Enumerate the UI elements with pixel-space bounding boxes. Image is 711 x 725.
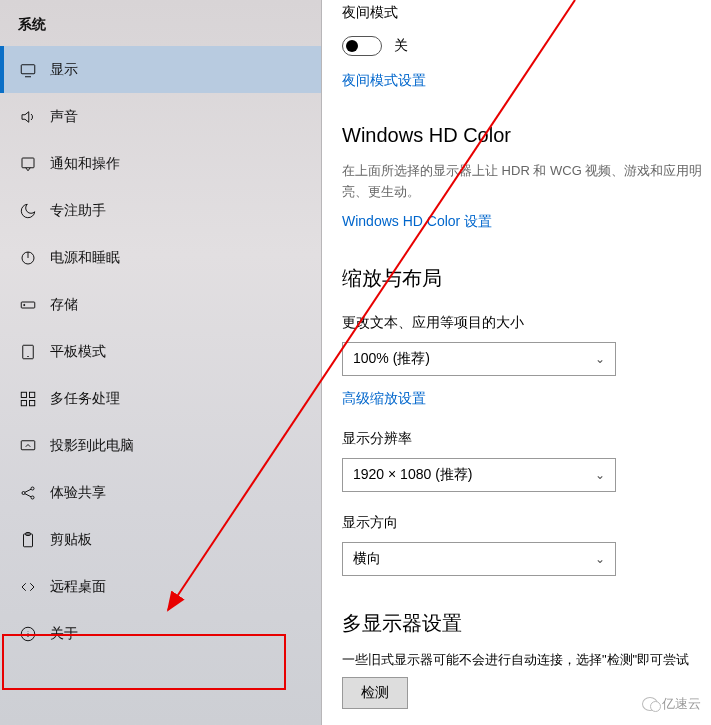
night-mode-label: 夜间模式 — [342, 4, 711, 22]
resolution-select[interactable]: 1920 × 1080 (推荐) ⌄ — [342, 458, 616, 492]
svg-point-7 — [24, 304, 25, 305]
sidebar-item-label: 专注助手 — [50, 202, 106, 220]
sidebar-item-label: 投影到此电脑 — [50, 437, 134, 455]
sidebar-item-label: 多任务处理 — [50, 390, 120, 408]
svg-point-17 — [31, 496, 34, 499]
svg-line-18 — [25, 489, 31, 492]
svg-rect-10 — [21, 392, 26, 397]
svg-point-16 — [31, 487, 34, 490]
sidebar-item-label: 显示 — [50, 61, 78, 79]
sidebar-item-about[interactable]: 关于 — [0, 610, 321, 657]
sidebar-item-label: 远程桌面 — [50, 578, 106, 596]
sidebar-item-label: 剪贴板 — [50, 531, 92, 549]
hdcolor-settings-link[interactable]: Windows HD Color 设置 — [342, 213, 492, 231]
svg-rect-3 — [22, 158, 34, 168]
sidebar-item-label: 关于 — [50, 625, 78, 643]
sidebar-item-tablet[interactable]: 平板模式 — [0, 328, 321, 375]
sidebar-item-display[interactable]: 显示 — [0, 46, 321, 93]
orientation-value: 横向 — [353, 550, 381, 568]
clipboard-icon — [18, 530, 38, 550]
remote-icon — [18, 577, 38, 597]
text-size-select[interactable]: 100% (推荐) ⌄ — [342, 342, 616, 376]
watermark-logo-icon — [642, 697, 658, 711]
watermark-text: 亿速云 — [662, 695, 701, 713]
sidebar-item-focus[interactable]: 专注助手 — [0, 187, 321, 234]
svg-rect-11 — [30, 392, 35, 397]
main-content: 夜间模式 关 夜间模式设置 Windows HD Color 在上面所选择的显示… — [322, 0, 711, 725]
power-icon — [18, 248, 38, 268]
multidisplay-title: 多显示器设置 — [342, 610, 711, 637]
sidebar-item-label: 声音 — [50, 108, 78, 126]
orientation-label: 显示方向 — [342, 514, 711, 532]
share-icon — [18, 483, 38, 503]
svg-marker-2 — [22, 111, 29, 122]
info-icon — [18, 624, 38, 644]
sidebar-item-remote[interactable]: 远程桌面 — [0, 563, 321, 610]
resolution-value: 1920 × 1080 (推荐) — [353, 466, 472, 484]
chevron-down-icon: ⌄ — [595, 468, 605, 482]
display-icon — [18, 60, 38, 80]
chevron-down-icon: ⌄ — [595, 352, 605, 366]
sidebar-item-label: 存储 — [50, 296, 78, 314]
sound-icon — [18, 107, 38, 127]
svg-rect-12 — [21, 400, 26, 405]
night-mode-settings-link[interactable]: 夜间模式设置 — [342, 72, 426, 90]
sidebar-item-power[interactable]: 电源和睡眠 — [0, 234, 321, 281]
text-size-label: 更改文本、应用等项目的大小 — [342, 314, 711, 332]
advanced-scale-link[interactable]: 高级缩放设置 — [342, 390, 426, 408]
sidebar-item-label: 通知和操作 — [50, 155, 120, 173]
sidebar-item-clipboard[interactable]: 剪贴板 — [0, 516, 321, 563]
focus-icon — [18, 201, 38, 221]
detect-button[interactable]: 检测 — [342, 677, 408, 709]
text-size-value: 100% (推荐) — [353, 350, 430, 368]
svg-rect-14 — [21, 440, 35, 449]
sidebar-item-notifications[interactable]: 通知和操作 — [0, 140, 321, 187]
svg-rect-13 — [30, 400, 35, 405]
scale-title: 缩放与布局 — [342, 265, 711, 292]
night-mode-toggle[interactable] — [342, 36, 382, 56]
hdcolor-desc: 在上面所选择的显示器上让 HDR 和 WCG 视频、游戏和应用明亮、更生动。 — [342, 161, 711, 203]
multitask-icon — [18, 389, 38, 409]
project-icon — [18, 436, 38, 456]
tablet-icon — [18, 342, 38, 362]
multidisplay-desc: 一些旧式显示器可能不会进行自动连接，选择"检测"即可尝试 — [342, 651, 711, 669]
sidebar-item-storage[interactable]: 存储 — [0, 281, 321, 328]
sidebar-item-label: 体验共享 — [50, 484, 106, 502]
sidebar-item-share[interactable]: 体验共享 — [0, 469, 321, 516]
sidebar: 系统 显示 声音 通知和操作 专注助手 电源和睡眠 存储 — [0, 0, 322, 725]
sidebar-item-label: 电源和睡眠 — [50, 249, 120, 267]
sidebar-item-multitask[interactable]: 多任务处理 — [0, 375, 321, 422]
svg-rect-0 — [21, 64, 35, 73]
chevron-down-icon: ⌄ — [595, 552, 605, 566]
sidebar-item-label: 平板模式 — [50, 343, 106, 361]
sidebar-item-project[interactable]: 投影到此电脑 — [0, 422, 321, 469]
resolution-label: 显示分辨率 — [342, 430, 711, 448]
orientation-select[interactable]: 横向 ⌄ — [342, 542, 616, 576]
night-mode-toggle-row: 关 — [342, 36, 711, 56]
night-mode-state: 关 — [394, 37, 408, 55]
watermark: 亿速云 — [642, 695, 701, 713]
hdcolor-title: Windows HD Color — [342, 124, 711, 147]
svg-line-19 — [25, 493, 31, 496]
sidebar-item-sound[interactable]: 声音 — [0, 93, 321, 140]
storage-icon — [18, 295, 38, 315]
svg-point-15 — [22, 491, 25, 494]
notification-icon — [18, 154, 38, 174]
sidebar-header: 系统 — [0, 2, 321, 46]
